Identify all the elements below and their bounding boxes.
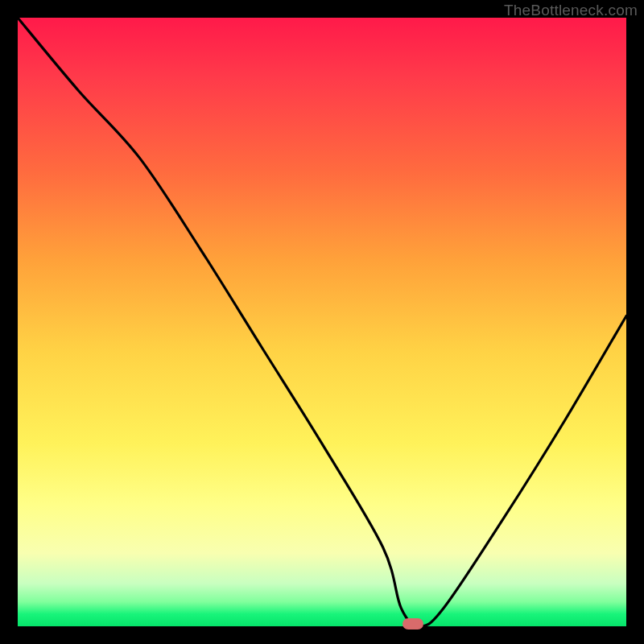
chart-container: TheBottleneck.com bbox=[0, 0, 644, 644]
bottleneck-curve bbox=[18, 18, 626, 626]
watermark-text: TheBottleneck.com bbox=[504, 2, 638, 19]
optimal-point-marker bbox=[402, 618, 423, 630]
